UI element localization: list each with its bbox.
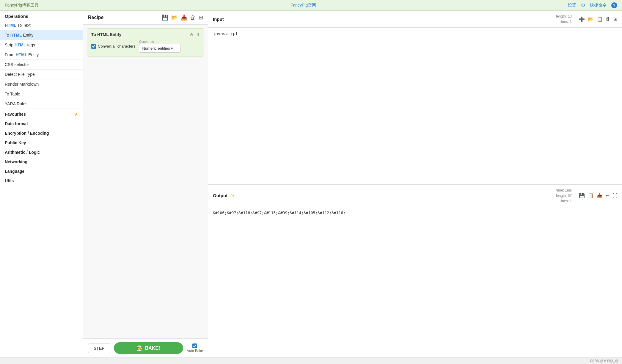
- sidebar-item-detect-file-type-label: Detect File Type: [5, 72, 35, 77]
- sidebar-item-detect-file-type[interactable]: Detect File Type: [0, 70, 83, 79]
- sidebar-category-utils-label: Utils: [5, 178, 14, 183]
- sidebar-item-to-table-label: To Table: [5, 92, 20, 96]
- sidebar-item-to-html-entity[interactable]: To HTML Entity: [0, 30, 83, 40]
- sidebar-section-header: Operations: [0, 11, 83, 21]
- recipe-card-pause-icon[interactable]: ⏸: [196, 32, 200, 37]
- sidebar-category-arithmetic-logic-label: Arithmetic / Logic: [5, 150, 40, 155]
- input-clear-button[interactable]: 🗑: [606, 16, 610, 22]
- sidebar-category-utils[interactable]: Utils: [0, 175, 83, 185]
- help-icon[interactable]: ?: [611, 2, 617, 8]
- sidebar-category-data-format[interactable]: Data format: [0, 118, 83, 128]
- recipe-title: Recipe: [88, 15, 103, 20]
- output-title-row: Output ✨: [213, 193, 235, 198]
- topbar-left-title: FancyPig博客工具: [5, 3, 39, 8]
- output-length-stat: length: 57: [556, 193, 572, 198]
- recipe-save-button[interactable]: 💾: [162, 14, 168, 21]
- sidebar-item-html-bold-4: HTML: [16, 52, 27, 57]
- input-lines-value: 1: [570, 20, 572, 24]
- recipe-actions: 💾 📂 📥 🗑 ⊞: [162, 14, 203, 21]
- input-text: javascript: [213, 31, 238, 36]
- input-panel-title: Input: [213, 17, 224, 22]
- sidebar-item-html-to-text[interactable]: HTML To Text: [0, 21, 83, 30]
- shortcuts-label[interactable]: 快捷命令: [590, 3, 607, 8]
- sidebar-item-entity-suffix: Entity: [22, 33, 34, 37]
- chevron-down-icon: ▾: [171, 46, 173, 51]
- output-lines-label: lines:: [560, 199, 569, 203]
- recipe-dropdown-label: Convert to: [139, 40, 180, 43]
- sidebar-category-language-label: Language: [5, 169, 24, 174]
- sidebar-item-from-entity-suffix: Entity: [27, 52, 39, 57]
- auto-bake-checkbox[interactable]: [192, 343, 197, 348]
- sidebar-item-strip-html-tags[interactable]: Strip HTML tags: [0, 40, 83, 50]
- step-button[interactable]: STEP: [88, 343, 110, 353]
- topbar-center-title[interactable]: FancyPig官网: [290, 3, 316, 8]
- input-new-button[interactable]: ➕: [579, 16, 585, 22]
- input-length-value: 10: [568, 14, 572, 18]
- recipe-card-controls: ⊘ ⏸: [190, 32, 200, 37]
- sidebar-item-html-bold-3: HTML: [15, 43, 26, 47]
- input-paste-button[interactable]: 📋: [597, 16, 603, 22]
- sidebar-item-to-table[interactable]: To Table: [0, 89, 83, 99]
- output-text: &#106;&#97;&#118;&#97;&#115;&#99;&#114;&…: [213, 211, 345, 215]
- sidebar-category-language[interactable]: Language: [0, 166, 83, 175]
- sidebar-item-render-markdown[interactable]: Render Markdown: [0, 79, 83, 89]
- recipe-delete-button[interactable]: 🗑: [190, 14, 196, 21]
- bake-button[interactable]: 🧑‍🍳 BAKE!: [114, 342, 183, 354]
- input-layout-button[interactable]: ⊞: [613, 16, 617, 22]
- output-undo-button[interactable]: ↩: [606, 193, 610, 198]
- bake-label: BAKE!: [145, 346, 160, 351]
- sidebar-category-public-key-label: Public Key: [5, 140, 26, 145]
- sidebar-item-strip-prefix: Strip: [5, 43, 15, 47]
- recipe-card-to-html-entity: To HTML Entity ⊘ ⏸ Convert all character…: [87, 28, 204, 57]
- bake-icon: 🧑‍🍳: [137, 345, 143, 351]
- output-save-button[interactable]: 💾: [579, 193, 585, 198]
- sidebar-category-encryption-encoding[interactable]: Encryption / Encoding: [0, 128, 83, 137]
- output-copy-button[interactable]: 📋: [588, 193, 594, 198]
- sidebar-item-from-html-entity[interactable]: From HTML Entity: [0, 50, 83, 60]
- recipe-panel: Recipe 💾 📂 📥 🗑 ⊞ To HTML Entity ⊘ ⏸: [83, 11, 208, 357]
- topbar: FancyPig博客工具 FancyPig官网 设置 ⚙ 快捷命令 ?: [0, 0, 622, 11]
- output-panel-stats: time: 1ms length: 57 lines: 1: [556, 188, 572, 204]
- output-time-value: 1ms: [565, 188, 572, 192]
- input-panel-stats: length: 10 lines: 1: [556, 14, 572, 24]
- sidebar-category-arithmetic-logic[interactable]: Arithmetic / Logic: [0, 147, 83, 156]
- sidebar-item-yara-rules[interactable]: YARA Rules: [0, 99, 83, 109]
- sidebar-item-css-selector[interactable]: CSS selector: [0, 60, 83, 70]
- recipe-card-row: Convert all characters Convert to Numeri…: [91, 40, 200, 53]
- input-panel-content[interactable]: javascript: [208, 28, 622, 184]
- gear-icon[interactable]: ⚙: [581, 2, 585, 8]
- sidebar-category-encryption-encoding-label: Encryption / Encoding: [5, 131, 49, 136]
- recipe-card-disable-icon[interactable]: ⊘: [190, 32, 193, 37]
- output-panel: Output ✨ time: 1ms length: 57: [208, 184, 622, 358]
- input-open-button[interactable]: 📂: [588, 16, 594, 22]
- statusbar: CSDN @奈何@_@: [0, 357, 622, 364]
- recipe-card-title: To HTML Entity: [91, 32, 121, 37]
- sidebar-category-networking[interactable]: Networking: [0, 156, 83, 166]
- input-panel-toolbar: ➕ 📂 📋 🗑 ⊞: [579, 16, 617, 22]
- input-lines-stat: lines: 1: [556, 19, 572, 24]
- output-send-button[interactable]: 📤: [597, 193, 603, 198]
- recipe-checkbox-convert-all: Convert all characters: [91, 44, 135, 49]
- sidebar-category-public-key[interactable]: Public Key: [0, 137, 83, 147]
- sidebar-category-favourites[interactable]: Favourites ★: [0, 109, 83, 118]
- recipe-dropdown-value: Numeric entities: [142, 46, 170, 51]
- input-panel: Input length: 10 lines: 1 ➕: [208, 11, 622, 184]
- sidebar-category-networking-label: Networking: [5, 159, 27, 164]
- sidebar: Operations HTML To Text To HTML Entity S…: [0, 11, 83, 357]
- convert-all-checkbox-input[interactable]: [91, 44, 96, 49]
- recipe-open-button[interactable]: 📂: [171, 14, 178, 21]
- sidebar-item-css-selector-label: CSS selector: [5, 62, 29, 67]
- output-time-stat: time: 1ms: [556, 188, 572, 193]
- recipe-import-button[interactable]: 📥: [181, 14, 187, 21]
- output-expand-button[interactable]: ⛶: [612, 193, 617, 198]
- recipe-dropdown-numeric-entities[interactable]: Numeric entities ▾: [139, 44, 180, 53]
- convert-all-checkbox-label: Convert all characters: [98, 44, 135, 48]
- recipe-layout-button[interactable]: ⊞: [199, 14, 203, 21]
- sidebar-item-from-prefix: From: [5, 52, 16, 57]
- statusbar-text: CSDN @奈何@_@: [590, 359, 618, 363]
- output-lines-stat: lines: 1: [556, 198, 572, 204]
- sidebar-item-html-bold: HTML: [5, 23, 16, 28]
- magic-icon[interactable]: ✨: [230, 193, 235, 198]
- sidebar-item-tags-suffix: tags: [26, 43, 35, 47]
- settings-label[interactable]: 设置: [568, 3, 576, 8]
